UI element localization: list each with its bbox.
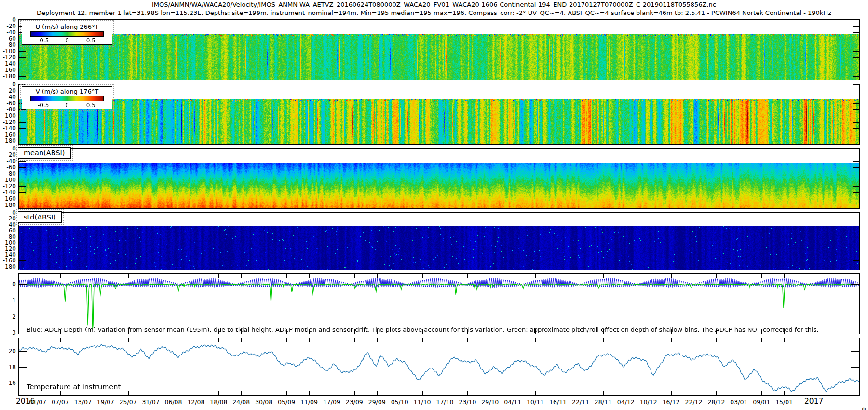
temperature-plot (19, 338, 859, 395)
panel-mean-absi (18, 148, 860, 209)
v-colorbar-legend: V (m/s) along 176°T -0.5 0 0.5 (22, 86, 112, 109)
std-absi-heatmap (19, 213, 859, 270)
y-tick-label: -3 (0, 330, 16, 336)
y-tick-label: -60 (0, 228, 16, 233)
y-tick-label: -120 (0, 119, 16, 125)
colorbar-tick-label: 0 (65, 37, 69, 44)
y-tick-label: -40 (0, 158, 16, 164)
colorbar-tick-label: 0.5 (86, 37, 95, 44)
y-tick-label: -2 (0, 314, 16, 320)
y-tick-label: -160 (0, 258, 16, 263)
u-colorbar (30, 31, 104, 37)
y-tick-label: -80 (0, 234, 16, 240)
x-tick-label: 15/01 (769, 398, 800, 406)
figure: IMOS/ANMN/WA/WACA20/Velocity/IMOS_ANMN-W… (0, 0, 868, 410)
mean-absi-heatmap (19, 149, 859, 208)
u-velocity-heatmap (19, 20, 859, 80)
y-tick-label: -1 (0, 298, 16, 303)
std-absi-label: std(ABSI) (18, 211, 62, 223)
y-tick-label: -160 (0, 132, 16, 137)
y-tick-label: -80 (0, 107, 16, 112)
figure-title-line2: Deployment 12, member 1 lat=31.98S lon=1… (0, 9, 868, 16)
y-tick-label: -140 (0, 61, 16, 67)
y-tick-label: 20 (0, 348, 16, 354)
y-tick-label: -100 (0, 240, 16, 246)
y-tick-label: 0 (0, 281, 16, 287)
y-tick-label: -60 (0, 36, 16, 41)
u-colorbar-ticks: -0.5 0 0.5 (30, 37, 104, 44)
y-tick-label: -160 (0, 196, 16, 202)
y-tick-label: -20 (0, 23, 16, 29)
imos-watermark: © IMOS 22-Jul-2024 13:21:15 Hobart time (860, 407, 867, 410)
mean-absi-label: mean(ABSI) (18, 147, 71, 159)
y-tick-label: -180 (0, 73, 16, 79)
panel-temperature (18, 338, 860, 396)
x-axis-year-start: 2016 (16, 397, 35, 406)
y-tick-label: -180 (0, 264, 16, 270)
y-tick-label: -180 (0, 202, 16, 208)
y-tick-label: 0 (0, 17, 16, 23)
panel-u-velocity (18, 19, 860, 80)
depth-variation-plot (19, 274, 859, 334)
temperature-label: Temperature at instrument (27, 383, 121, 391)
panel-depth-variation (18, 273, 860, 334)
v-colorbar-ticks: -0.5 0 0.5 (30, 101, 104, 109)
y-tick-label: -100 (0, 113, 16, 119)
colorbar-tick-label: -0.5 (38, 37, 49, 44)
u-legend-title: U (m/s) along 266°T (26, 23, 108, 30)
figure-title-line1: IMOS/ANMN/WA/WACA20/Velocity/IMOS_ANMN-W… (0, 1, 868, 8)
y-tick-label: -160 (0, 67, 16, 73)
y-tick-label: 0 (0, 210, 16, 216)
colorbar-tick-label: -0.5 (38, 102, 49, 109)
depth-variation-annotation: Blue: ADCP Depth (m) variation from sens… (27, 326, 819, 333)
y-tick-label: -120 (0, 246, 16, 252)
u-colorbar-legend: U (m/s) along 266°T -0.5 0 0.5 (22, 22, 112, 45)
v-colorbar (30, 96, 104, 101)
y-tick-label: -120 (0, 183, 16, 189)
panel-std-absi (18, 212, 860, 270)
y-tick-label: -40 (0, 222, 16, 228)
y-tick-label: 0 (0, 82, 16, 87)
y-tick-label: -40 (0, 94, 16, 100)
y-tick-label: -140 (0, 190, 16, 195)
y-tick-label: -140 (0, 125, 16, 131)
y-tick-label: -20 (0, 152, 16, 158)
y-tick-label: -60 (0, 100, 16, 106)
v-legend-title: V (m/s) along 176°T (26, 88, 108, 95)
colorbar-tick-label: 0 (65, 102, 69, 109)
y-tick-label: -40 (0, 29, 16, 35)
v-velocity-heatmap (19, 84, 859, 144)
y-tick-label: -120 (0, 55, 16, 60)
y-tick-label: -100 (0, 177, 16, 183)
y-tick-label: -80 (0, 42, 16, 48)
panel-v-velocity (18, 84, 860, 145)
y-tick-label: 18 (0, 364, 16, 370)
y-tick-label: -20 (0, 88, 16, 94)
colorbar-tick-label: 0.5 (86, 102, 95, 109)
y-tick-label: -60 (0, 164, 16, 170)
y-tick-label: 16 (0, 380, 16, 386)
y-tick-label: -100 (0, 48, 16, 54)
y-tick-label: -140 (0, 252, 16, 258)
y-tick-label: -180 (0, 138, 16, 144)
x-axis-year-end: 2017 (804, 397, 823, 406)
y-tick-label: -20 (0, 216, 16, 221)
y-tick-label: -80 (0, 171, 16, 177)
y-tick-label: 0 (0, 146, 16, 151)
